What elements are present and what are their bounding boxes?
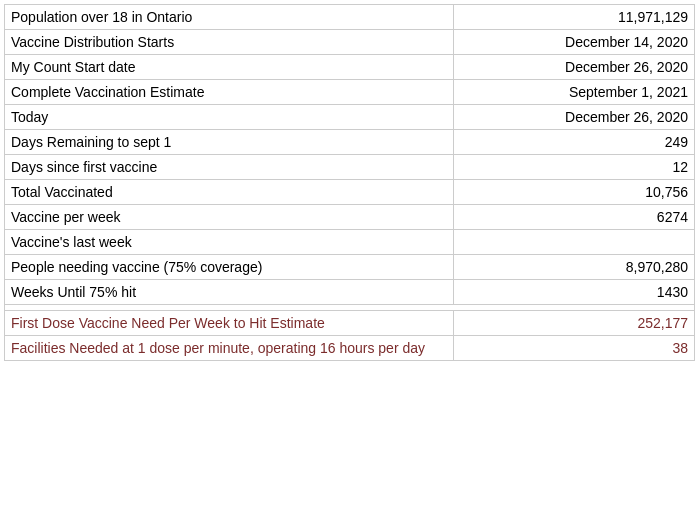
complete-vaccination-estimate-label: Complete Vaccination Estimate: [5, 80, 454, 105]
people-needing-vaccine-label: People needing vaccine (75% coverage): [5, 255, 454, 280]
weeks-until-75-label: Weeks Until 75% hit: [5, 280, 454, 305]
weeks-until-75-value: 1430: [453, 280, 695, 305]
complete-vaccination-estimate-value: September 1, 2021: [453, 80, 695, 105]
vaccine-per-week-value: 6274: [453, 205, 695, 230]
days-remaining-label: Days Remaining to sept 1: [5, 130, 454, 155]
table-row-my-count-start-date: My Count Start dateDecember 26, 2020: [5, 55, 695, 80]
table-row-total-vaccinated: Total Vaccinated10,756: [5, 180, 695, 205]
population-value: 11,971,129: [453, 5, 695, 30]
table-row-days-remaining: Days Remaining to sept 1249: [5, 130, 695, 155]
table-row-days-since-first-vaccine: Days since first vaccine12: [5, 155, 695, 180]
people-needing-vaccine-value: 8,970,280: [453, 255, 695, 280]
facilities-needed-label: Facilities Needed at 1 dose per minute, …: [5, 336, 454, 361]
days-remaining-value: 249: [453, 130, 695, 155]
table-row-people-needing-vaccine: People needing vaccine (75% coverage)8,9…: [5, 255, 695, 280]
table-row-vaccine-per-week: Vaccine per week6274: [5, 205, 695, 230]
stats-table: Population over 18 in Ontario11,971,129V…: [4, 4, 695, 361]
first-dose-vaccine-need-value: 252,177: [453, 311, 695, 336]
vaccine-per-week-label: Vaccine per week: [5, 205, 454, 230]
vaccines-last-week-label: Vaccine's last week: [5, 230, 454, 255]
table-row-first-dose-vaccine-need: First Dose Vaccine Need Per Week to Hit …: [5, 311, 695, 336]
facilities-needed-value: 38: [453, 336, 695, 361]
first-dose-vaccine-need-label: First Dose Vaccine Need Per Week to Hit …: [5, 311, 454, 336]
table-row-weeks-until-75: Weeks Until 75% hit1430: [5, 280, 695, 305]
table-row-population: Population over 18 in Ontario11,971,129: [5, 5, 695, 30]
main-table-container: Population over 18 in Ontario11,971,129V…: [0, 0, 699, 365]
vaccine-distribution-starts-value: December 14, 2020: [453, 30, 695, 55]
vaccine-distribution-starts-label: Vaccine Distribution Starts: [5, 30, 454, 55]
vaccines-last-week-value: [453, 230, 695, 255]
table-row-complete-vaccination-estimate: Complete Vaccination EstimateSeptember 1…: [5, 80, 695, 105]
table-row-vaccines-last-week: Vaccine's last week: [5, 230, 695, 255]
my-count-start-date-value: December 26, 2020: [453, 55, 695, 80]
days-since-first-vaccine-label: Days since first vaccine: [5, 155, 454, 180]
total-vaccinated-label: Total Vaccinated: [5, 180, 454, 205]
today-value: December 26, 2020: [453, 105, 695, 130]
today-label: Today: [5, 105, 454, 130]
my-count-start-date-label: My Count Start date: [5, 55, 454, 80]
table-row-today: TodayDecember 26, 2020: [5, 105, 695, 130]
total-vaccinated-value: 10,756: [453, 180, 695, 205]
table-row-facilities-needed: Facilities Needed at 1 dose per minute, …: [5, 336, 695, 361]
population-label: Population over 18 in Ontario: [5, 5, 454, 30]
days-since-first-vaccine-value: 12: [453, 155, 695, 180]
table-row-vaccine-distribution-starts: Vaccine Distribution StartsDecember 14, …: [5, 30, 695, 55]
